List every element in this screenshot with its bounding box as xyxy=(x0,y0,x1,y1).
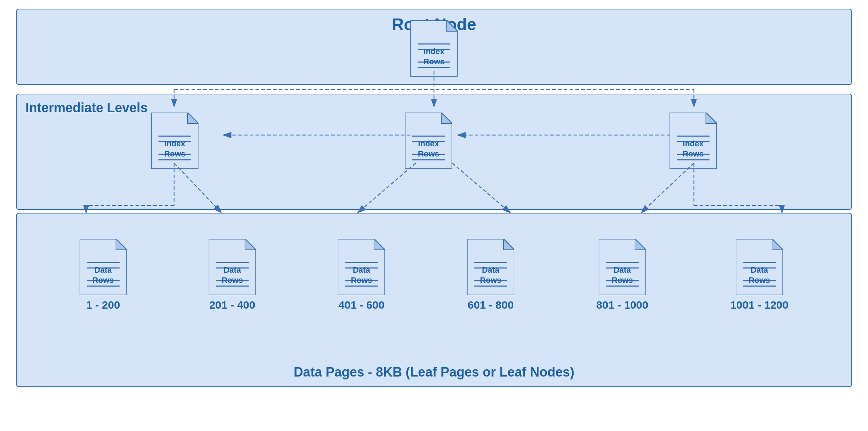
svg-marker-7 xyxy=(188,113,198,123)
root-node: IndexRows xyxy=(410,20,458,77)
int-right-label: IndexRows xyxy=(683,139,704,159)
leaf-section: DataRows 1 - 200 DataRows xyxy=(16,213,852,387)
int-left-label: IndexRows xyxy=(164,139,186,159)
svg-marker-1 xyxy=(447,20,458,31)
svg-marker-19 xyxy=(706,113,717,123)
svg-marker-55 xyxy=(772,239,783,250)
int-mid-label: IndexRows xyxy=(418,139,439,159)
leaf2-range: 201 - 400 xyxy=(209,299,256,311)
leaf-footer-label: Data Pages - 8KB (Leaf Pages or Leaf Nod… xyxy=(17,365,851,380)
intermediate-section: Intermediate Levels IndexRows xyxy=(16,94,852,210)
svg-marker-25 xyxy=(116,239,127,250)
svg-marker-49 xyxy=(635,239,646,250)
leaf-nodes-row: DataRows 1 - 200 DataRows xyxy=(17,239,851,311)
leaf4-label: DataRows xyxy=(480,265,502,286)
leaf6-label: DataRows xyxy=(749,265,770,286)
leaf1-label: DataRows xyxy=(92,265,114,286)
svg-marker-37 xyxy=(374,239,385,250)
intermediate-node-left: IndexRows xyxy=(151,113,198,169)
intermediate-node-right: IndexRows xyxy=(670,113,717,169)
leaf-node-3: DataRows 401 - 600 xyxy=(338,239,385,311)
leaf5-range: 801 - 1000 xyxy=(596,299,648,311)
svg-marker-31 xyxy=(245,239,256,250)
leaf-node-5: DataRows 801 - 1000 xyxy=(596,239,648,311)
intermediate-label: Intermediate Levels xyxy=(25,100,148,115)
root-section: Root Node IndexRows xyxy=(16,9,852,85)
diagram-container: Root Node IndexRows Intermediate Levels xyxy=(16,9,852,423)
leaf3-range: 401 - 600 xyxy=(338,299,385,311)
leaf2-label: DataRows xyxy=(222,265,243,286)
intermediate-node-mid: IndexRows xyxy=(405,113,452,169)
leaf-node-2: DataRows 201 - 400 xyxy=(209,239,256,311)
leaf1-range: 1 - 200 xyxy=(86,299,120,311)
leaf3-label: DataRows xyxy=(351,265,372,286)
root-node-label: IndexRows xyxy=(423,46,445,67)
leaf-node-4: DataRows 601 - 800 xyxy=(467,239,514,311)
svg-marker-43 xyxy=(503,239,514,250)
svg-marker-13 xyxy=(441,113,452,123)
leaf4-range: 601 - 800 xyxy=(467,299,514,311)
leaf-node-6: DataRows 1001 - 1200 xyxy=(730,239,788,311)
leaf-node-1: DataRows 1 - 200 xyxy=(80,239,127,311)
leaf6-range: 1001 - 1200 xyxy=(730,299,788,311)
leaf5-label: DataRows xyxy=(612,265,633,286)
